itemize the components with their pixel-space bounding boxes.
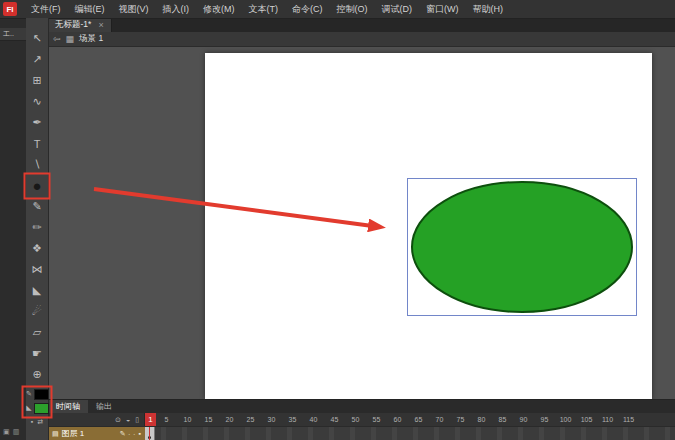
menu-item[interactable]: 编辑(E) (68, 0, 112, 18)
playhead[interactable]: 1 (145, 413, 156, 426)
menu-item[interactable]: 控制(O) (330, 0, 375, 18)
panel-dock-icon-b[interactable]: ▥ (13, 428, 20, 436)
tool-bone[interactable]: ⋈ (26, 259, 48, 280)
subselection-icon: ↗ (32, 53, 41, 66)
frame-number: 75 (450, 416, 471, 423)
layer-outline-square[interactable]: ▪ (139, 430, 141, 437)
scene-label: 场景 1 (79, 33, 103, 45)
frame-number: 95 (534, 416, 555, 423)
scene-icon: ▦ (66, 34, 75, 44)
tool-pencil[interactable]: ✎ (26, 196, 48, 217)
document-area: 无标题-1* × ⇦ ▦ 场景 1 (48, 18, 675, 400)
document-tab[interactable]: 无标题-1* × (48, 18, 112, 32)
deco-icon: ❖ (32, 242, 42, 255)
fill-bucket-icon: ◣ (26, 404, 33, 412)
tools-panel-tab-label: 工.. (3, 29, 14, 39)
fill-color-swatch[interactable] (34, 403, 49, 414)
layer-lock-dot[interactable]: ∙ (134, 430, 136, 437)
frame-ruler[interactable]: 1 51015202530354045505560657075808590951… (145, 413, 675, 427)
panel-dock-icon-a[interactable]: ▣ (3, 428, 10, 436)
back-arrow-icon[interactable]: ⇦ (53, 34, 61, 44)
timeline-panel: 时间轴输出 ⊙◒▯ 1 5101520253035404550556065707… (48, 399, 675, 440)
tool-hand[interactable]: ☛ (26, 343, 48, 364)
menu-item[interactable]: 文件(F) (24, 0, 68, 18)
frame-number: 85 (492, 416, 513, 423)
menu-item[interactable]: 视图(V) (112, 0, 156, 18)
layer-type-icon: ▤ (52, 430, 59, 438)
menu-item[interactable]: 窗口(W) (419, 0, 466, 18)
document-tab-bar: 无标题-1* × (48, 18, 675, 32)
frame-number: 20 (219, 416, 240, 423)
tool-free-transform[interactable]: ⊞ (26, 70, 48, 91)
timeline-tab[interactable]: 输出 (88, 400, 120, 413)
menu-item[interactable]: 文本(T) (242, 0, 286, 18)
eraser-icon: ▱ (33, 326, 41, 339)
stroke-pencil-icon: ✎ (26, 390, 33, 398)
timeline-tab-bar: 时间轴输出 (48, 400, 675, 413)
keyframe-cell[interactable] (145, 427, 155, 440)
frame-number: 70 (429, 416, 450, 423)
menu-item[interactable]: 调试(D) (375, 0, 420, 18)
stage-canvas[interactable] (205, 53, 652, 399)
outline-icon[interactable]: ▯ (135, 416, 139, 424)
frame-number: 80 (471, 416, 492, 423)
frame-number: 90 (513, 416, 534, 423)
ellipse-svg (408, 179, 636, 315)
frame-numbers: 5101520253035404550556065707580859095100… (156, 416, 639, 423)
frame-number: 5 (156, 416, 177, 423)
default-colors-icon[interactable]: ▪ (31, 418, 33, 426)
brush-icon: ✏ (32, 221, 41, 234)
app-logo: Fl (3, 2, 17, 16)
frame-number: 25 (240, 416, 261, 423)
stroke-color-row: ✎ (26, 388, 49, 400)
frame-number: 10 (177, 416, 198, 423)
timeline-ruler-row: ⊙◒▯ 1 5101520253035404550556065707580859… (48, 413, 675, 428)
layer-name[interactable]: 图层 1 (62, 428, 117, 439)
tool-oval[interactable]: ● (26, 175, 48, 196)
tool-eyedropper[interactable]: ☄ (26, 301, 48, 322)
playhead-line (149, 427, 150, 440)
pencil-icon: ✎ (120, 430, 126, 438)
frame-number: 40 (303, 416, 324, 423)
eye-icon[interactable]: ⊙ (115, 416, 121, 424)
ellipse-shape[interactable] (412, 182, 632, 312)
close-tab-icon[interactable]: × (98, 20, 103, 30)
swap-colors-icon[interactable]: ⇄ (37, 418, 43, 426)
edit-bar: ⇦ ▦ 场景 1 (48, 32, 675, 47)
frame-number: 35 (282, 416, 303, 423)
frames-grid[interactable] (145, 427, 675, 440)
bone-icon: ⋈ (32, 263, 43, 276)
tools-panel-tab[interactable]: 工.. (0, 28, 26, 41)
tool-paint-bucket[interactable]: ◣ (26, 280, 48, 301)
zoom-icon: ⊕ (32, 368, 41, 381)
tool-selection[interactable]: ↖ (26, 28, 48, 49)
tool-subselection[interactable]: ↗ (26, 49, 48, 70)
stroke-color-swatch[interactable] (34, 389, 49, 400)
tool-line[interactable]: ∖ (26, 154, 48, 175)
tool-eraser[interactable]: ▱ (26, 322, 48, 343)
lasso-icon: ∿ (32, 95, 41, 108)
menu-item[interactable]: 插入(I) (156, 0, 197, 18)
frame-number: 105 (576, 416, 597, 423)
tool-lasso[interactable]: ∿ (26, 91, 48, 112)
tool-deco[interactable]: ❖ (26, 238, 48, 259)
layer-row[interactable]: ▤ 图层 1 ✎ ∙ ∙ ▪ (48, 427, 675, 440)
menu-item[interactable]: 修改(M) (196, 0, 242, 18)
pasteboard[interactable] (48, 47, 675, 400)
color-swatch-area: ✎ ◣ ▪⇄ (26, 388, 49, 426)
tool-brush[interactable]: ✏ (26, 217, 48, 238)
swatch-mini-buttons: ▪⇄ (31, 418, 43, 426)
tool-pen[interactable]: ✒ (26, 112, 48, 133)
layer-header[interactable]: ▤ 图层 1 ✎ ∙ ∙ ▪ (48, 427, 145, 440)
tools-list: ↖ ↗ ⊞ ∿ ✒ T ∖ ● ✎ ✏ ❖ ⋈ (26, 28, 48, 385)
frame-number: 115 (618, 416, 639, 423)
timeline-tab[interactable]: 时间轴 (48, 400, 88, 413)
frame-number: 100 (555, 416, 576, 423)
layer-visibility-dot[interactable]: ∙ (129, 430, 131, 437)
menu-item[interactable]: 帮助(H) (466, 0, 511, 18)
fill-color-row: ◣ (26, 402, 49, 414)
menu-item[interactable]: 命令(C) (285, 0, 330, 18)
tool-text[interactable]: T (26, 133, 48, 154)
lock-icon[interactable]: ◒ (126, 416, 130, 423)
tool-zoom[interactable]: ⊕ (26, 364, 48, 385)
